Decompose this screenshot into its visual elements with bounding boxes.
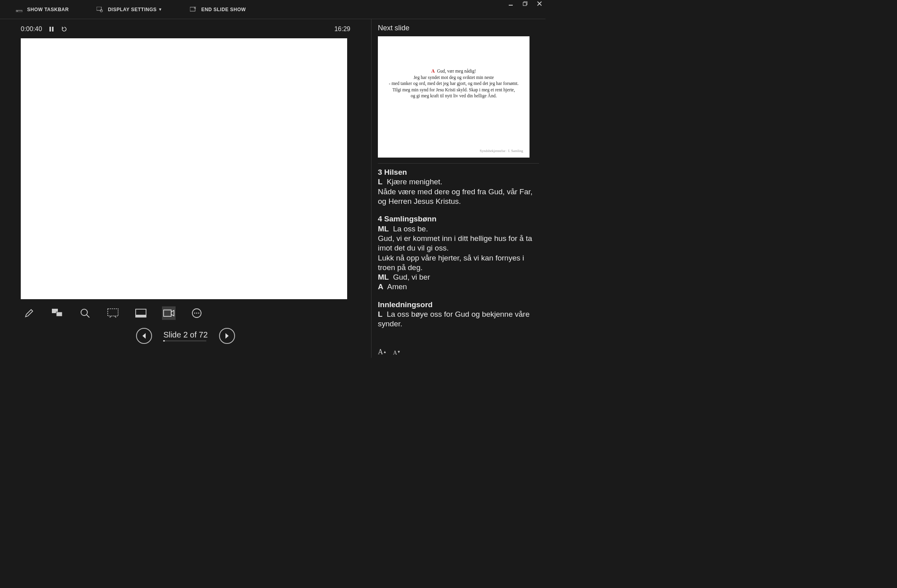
tool-row	[21, 299, 350, 320]
decrease-font-button[interactable]: A▼	[393, 348, 401, 356]
svg-line-17	[87, 315, 89, 318]
svg-point-23	[194, 313, 196, 314]
pen-tool[interactable]	[22, 306, 36, 320]
camera-tool[interactable]	[162, 306, 176, 320]
display-settings-button[interactable]: DISPLAY SETTINGS ▼	[97, 6, 162, 13]
subtitles-tool[interactable]	[134, 306, 148, 320]
svg-point-16	[81, 309, 87, 316]
end-slide-show-label: END SLIDE SHOW	[201, 7, 246, 12]
next-slide-line3: - med tanker og ord, med det jeg har gjo…	[378, 81, 530, 87]
close-button[interactable]	[537, 1, 542, 6]
svg-rect-4	[190, 7, 195, 11]
slide-counter-wrap: Slide 2 of 72	[163, 330, 207, 341]
notes-s4-ml1-prefix: ML	[378, 225, 389, 233]
taskbar-icon	[16, 6, 22, 13]
left-pane: 0:00:40 16:29	[0, 19, 371, 358]
nav-row: Slide 2 of 72	[21, 320, 350, 344]
show-taskbar-label: SHOW TASKBAR	[27, 7, 69, 12]
notes-s4-ml2-text: Gud, vi ber	[393, 273, 430, 281]
display-settings-label: DISPLAY SETTINGS	[108, 7, 156, 12]
next-slide-footer: Syndsbekjennelse · I. Samling	[480, 149, 523, 153]
next-slide-line2: Jeg har syndet mot deg og sviktet min ne…	[378, 75, 530, 81]
notes-s3-l-prefix: L	[378, 178, 383, 186]
minimize-button[interactable]	[508, 1, 514, 6]
svg-point-24	[196, 313, 198, 314]
svg-rect-11	[49, 27, 51, 32]
prev-slide-button[interactable]	[136, 328, 152, 344]
progress-bar[interactable]	[163, 340, 206, 341]
notes-s4-ml1-text: La oss be.	[393, 225, 428, 233]
right-pane: Next slide A Gud, vær meg nådig! Jeg har…	[371, 19, 545, 358]
notes-s3-body: Nåde være med dere og fred fra Gud, vår …	[378, 187, 539, 207]
display-settings-icon	[97, 6, 103, 13]
end-show-icon	[190, 6, 196, 13]
svg-rect-8	[523, 2, 526, 6]
elapsed-time: 0:00:40	[21, 26, 42, 33]
svg-rect-12	[52, 27, 54, 32]
window-controls	[508, 1, 542, 6]
next-slide-heading: Next slide	[378, 24, 539, 32]
timer-row: 0:00:40 16:29	[21, 19, 350, 38]
svg-rect-14	[56, 312, 62, 316]
slides-grid-tool[interactable]	[50, 306, 64, 320]
svg-rect-21	[164, 310, 171, 316]
next-slide-line4: Tilgi meg min synd for Jesu Kristi skyld…	[378, 87, 530, 93]
next-slide-button[interactable]	[219, 328, 235, 344]
chevron-down-icon: ▼	[158, 7, 162, 12]
notes-s5-l-text: La oss bøye oss for Gud og bekjenne våre…	[378, 310, 530, 328]
show-taskbar-button[interactable]: SHOW TASKBAR	[16, 6, 69, 13]
notes-s3-l-text: Kjære menighet.	[387, 178, 442, 186]
current-slide[interactable]	[21, 38, 347, 299]
font-size-controls: A▲ A▼	[378, 348, 401, 356]
notes-s4-a-prefix: A	[378, 282, 383, 291]
slide-counter: Slide 2 of 72	[163, 330, 207, 339]
reset-button[interactable]	[61, 26, 67, 32]
notes-s4-ml2-prefix: ML	[378, 273, 389, 281]
increase-font-button[interactable]: A▲	[378, 348, 387, 356]
speaker-notes: 3 Hilsen L Kjære menighet. Nåde være med…	[378, 168, 539, 329]
black-screen-tool[interactable]	[106, 306, 120, 320]
next-slide-preview[interactable]: A Gud, vær meg nådig! Jeg har syndet mot…	[378, 36, 530, 158]
svg-point-25	[198, 313, 200, 314]
notes-s4-title: 4 Samlingsbønn	[378, 214, 539, 224]
divider	[378, 163, 539, 164]
svg-rect-18	[108, 309, 118, 316]
pause-button[interactable]	[49, 26, 54, 32]
notes-s3-title: 3 Hilsen	[378, 168, 539, 177]
notes-s4-a-text: Amen	[387, 282, 407, 291]
end-slide-show-button[interactable]: END SLIDE SHOW	[190, 6, 246, 13]
svg-rect-20	[136, 315, 146, 317]
next-slide-line5: og gi meg kraft til nytt liv ved din hel…	[378, 93, 530, 99]
svg-rect-1	[17, 11, 18, 11]
notes-s5-l-prefix: L	[378, 310, 383, 318]
next-slide-prefix: A	[431, 69, 435, 73]
zoom-tool[interactable]	[78, 306, 92, 320]
notes-s5-title: Innledningsord	[378, 300, 539, 310]
restore-button[interactable]	[522, 1, 528, 6]
next-slide-content: A Gud, vær meg nådig! Jeg har syndet mot…	[378, 68, 530, 99]
main-area: 0:00:40 16:29	[0, 19, 545, 358]
notes-s4-body2: Lukk nå opp våre hjerter, så vi kan forn…	[378, 253, 539, 273]
next-slide-line1: Gud, vær meg nådig!	[437, 69, 476, 73]
more-options-tool[interactable]	[190, 306, 204, 320]
notes-s4-body1: Gud, vi er kommet inn i ditt hellige hus…	[378, 234, 539, 253]
clock-time: 16:29	[334, 26, 350, 33]
top-toolbar: SHOW TASKBAR DISPLAY SETTINGS ▼ END SLID…	[0, 0, 545, 19]
